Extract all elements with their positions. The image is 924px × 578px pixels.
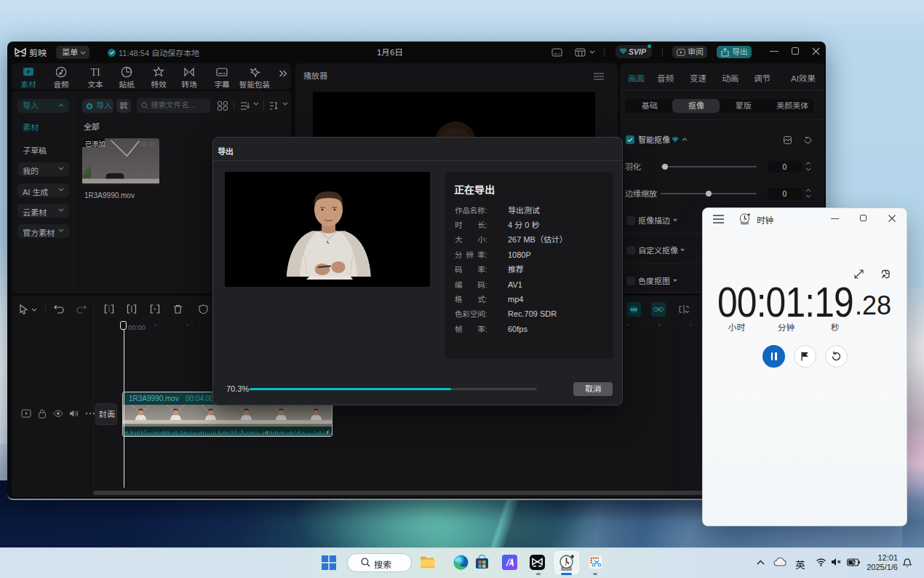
svg-text:TI: TI — [90, 67, 100, 78]
